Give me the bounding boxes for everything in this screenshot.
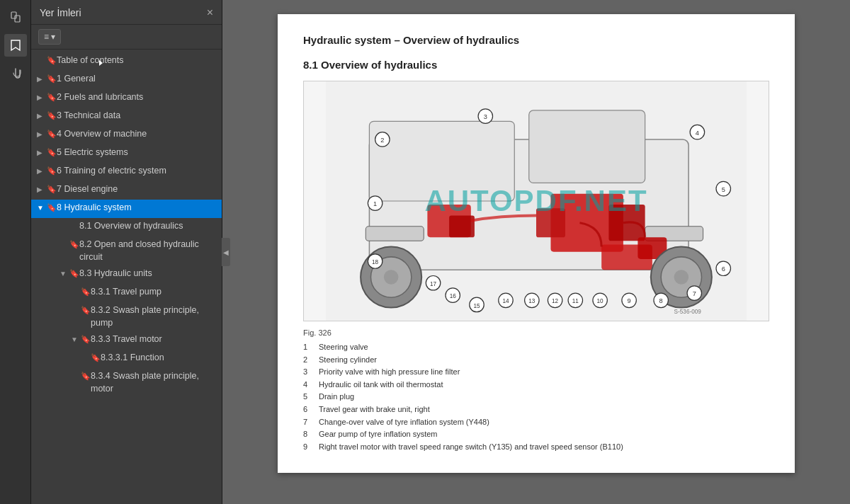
tree-item-ch8-3-3-1[interactable]: 🔖 8.3.3.1 Function (31, 350, 222, 368)
machine-svg: 1 2 3 4 5 6 7 8 (304, 81, 769, 321)
svg-point-20 (674, 270, 688, 284)
bookmark-icon-ch7: 🔖 (47, 184, 57, 195)
tree-item-ch4[interactable]: ▶ 🔖 4 Overview of machine (31, 126, 222, 144)
tree-label-ch3: 3 Technical data (57, 110, 216, 122)
tree-item-ch8-3-2[interactable]: 🔖 8.3.2 Swash plate principle, pump (31, 302, 222, 331)
expand-ch1: ▶ (37, 74, 47, 84)
expand-ch8-3: ▼ (60, 269, 69, 279)
legend-list: 1 Steering valve 2 Steering cylinder 3 P… (303, 341, 769, 453)
svg-text:12: 12 (552, 298, 559, 304)
svg-rect-10 (536, 208, 565, 237)
bookmark-icon-ch6: 🔖 (47, 166, 57, 176)
sidebar-title: Yer İmleri (40, 7, 81, 18)
legend-num-9: 9 (303, 441, 314, 454)
legend-num-4: 4 (303, 379, 314, 391)
legend-num-1: 1 (303, 341, 314, 354)
tree-label-ch8-3-3: 8.3.3 Travel motor (91, 333, 216, 346)
legend-item-6: 6 Travel gear with brake unit, right (303, 403, 769, 416)
page-document: Hydraulic system – Overview of hydraulic… (278, 14, 795, 473)
sidebar-close-button[interactable]: × (207, 7, 213, 18)
format-dropdown-icon: ▾ (51, 32, 55, 42)
svg-rect-6 (366, 227, 424, 241)
svg-text:8: 8 (659, 297, 663, 304)
bookmark-icon-ch8-3: 🔖 (69, 268, 79, 279)
bookmark-icon-ch8-3-3-1: 🔖 (91, 353, 101, 363)
tree-item-ch8-3-1[interactable]: 🔖 8.3.1 Travel pump (31, 284, 222, 302)
svg-text:9: 9 (628, 297, 631, 304)
bookmark-icon-ch8-1: 🔖 (69, 221, 79, 231)
bookmarks-icon[interactable] (4, 34, 27, 57)
tree-label-ch1: 1 General (57, 73, 216, 86)
page-main-title: Hydraulic system – Overview of hydraulic… (303, 34, 769, 46)
svg-rect-5 (369, 121, 514, 201)
bookmark-icon-ch5: 🔖 (47, 147, 57, 158)
svg-text:13: 13 (528, 298, 536, 304)
tree-item-ch7[interactable]: ▶ 🔖 7 Diesel engine (31, 181, 222, 200)
section-title: 8.1 Overview of hydraulics (303, 59, 769, 71)
legend-num-7: 7 (303, 416, 314, 429)
sidebar-header: Yer İmleri × (31, 0, 222, 25)
svg-rect-4 (529, 110, 645, 183)
bookmark-icon-ch4: 🔖 (47, 129, 57, 139)
sidebar-header-left: Yer İmleri (40, 7, 81, 18)
expand-ch4: ▶ (37, 130, 47, 139)
expand-ch3: ▶ (37, 111, 47, 121)
legend-item-9: 9 Right travel motor with travel speed r… (303, 441, 769, 454)
svg-text:4: 4 (696, 130, 699, 137)
tree-item-toc[interactable]: 🔖 Table of contents (31, 52, 222, 71)
legend-text-6: Travel gear with brake unit, right (319, 403, 430, 416)
pages-icon[interactable] (4, 6, 27, 28)
svg-text:5: 5 (722, 186, 725, 193)
svg-text:11: 11 (572, 298, 579, 304)
tree-item-ch6[interactable]: ▶ 🔖 6 Training of electric system (31, 163, 222, 181)
legend-text-3: Priority valve with high pressure line f… (319, 366, 460, 379)
svg-text:15: 15 (473, 303, 480, 309)
bookmark-icon-ch8: 🔖 (47, 202, 57, 213)
sidebar-collapse-handle[interactable]: ◀ (222, 238, 230, 266)
legend-num-6: 6 (303, 403, 314, 416)
tree-item-ch3[interactable]: ▶ 🔖 3 Technical data (31, 108, 222, 126)
svg-text:10: 10 (597, 298, 604, 304)
svg-rect-12 (449, 215, 475, 237)
tree-item-ch5[interactable]: ▶ 🔖 5 Electric systems (31, 144, 222, 163)
bookmark-icon-ch8-3-4: 🔖 (81, 371, 91, 382)
bookmark-icon-ch8-3-2: 🔖 (81, 305, 91, 316)
tree-label-ch7: 7 Diesel engine (57, 183, 216, 196)
bookmark-icon-ch8-2: 🔖 (69, 239, 79, 250)
legend-num-3: 3 (303, 366, 314, 379)
svg-text:3: 3 (484, 113, 487, 120)
tree-item-ch8-3-4[interactable]: 🔖 8.3.4 Swash plate principle, motor (31, 368, 222, 397)
tree-item-ch8-2[interactable]: 🔖 8.2 Open and closed hydraulic circuit (31, 236, 222, 265)
tree-item-ch8[interactable]: ▼ 🔖 8 Hydraulic system (31, 200, 222, 218)
format-button[interactable]: ≡ ▾ (38, 29, 61, 45)
tree-item-ch1[interactable]: ▶ 🔖 1 General (31, 71, 222, 89)
expand-ch5: ▶ (37, 148, 47, 158)
tree-label-ch4: 4 Overview of machine (57, 128, 216, 141)
legend-text-2: Steering cylinder (319, 354, 377, 367)
bookmark-icon-ch3: 🔖 (47, 110, 57, 121)
legend-text-7: Change-over valve of tyre inflation syst… (319, 416, 489, 429)
legend-text-9: Right travel motor with travel speed ran… (319, 441, 623, 454)
tree-item-ch8-1[interactable]: 🔖 8.1 Overview of hydraulics (31, 218, 222, 236)
svg-text:S-536-009: S-536-009 (674, 309, 702, 315)
attachments-icon[interactable] (4, 62, 27, 85)
legend-item-8: 8 Gear pump of tyre inflation system (303, 428, 769, 441)
tree-item-ch2[interactable]: ▶ 🔖 2 Fuels and lubricants (31, 89, 222, 108)
tree-label-toc: Table of contents (57, 55, 216, 67)
svg-text:2: 2 (380, 137, 384, 144)
svg-text:14: 14 (502, 298, 509, 304)
format-icon: ≡ (44, 32, 49, 42)
legend-num-2: 2 (303, 354, 314, 367)
tree-label-ch8-1: 8.1 Overview of hydraulics (79, 220, 216, 233)
tree-label-ch8-3-4: 8.3.4 Swash plate principle, motor (91, 370, 216, 395)
bookmark-icon-ch8-3-1: 🔖 (81, 287, 91, 297)
expand-ch6: ▶ (37, 166, 47, 176)
tree-label-ch6: 6 Training of electric system (57, 165, 216, 178)
expand-ch8: ▼ (37, 203, 47, 213)
svg-text:6: 6 (722, 265, 725, 273)
tree-item-ch8-3-3[interactable]: ▼ 🔖 8.3.3 Travel motor (31, 331, 222, 350)
tree-item-ch8-3[interactable]: ▼ 🔖 8.3 Hydraulic units (31, 265, 222, 284)
bookmark-icon-ch1: 🔖 (47, 74, 57, 84)
hydraulic-diagram: AUTOPDF.NET (303, 81, 769, 321)
main-content-area: Hydraulic system – Overview of hydraulic… (222, 0, 850, 504)
